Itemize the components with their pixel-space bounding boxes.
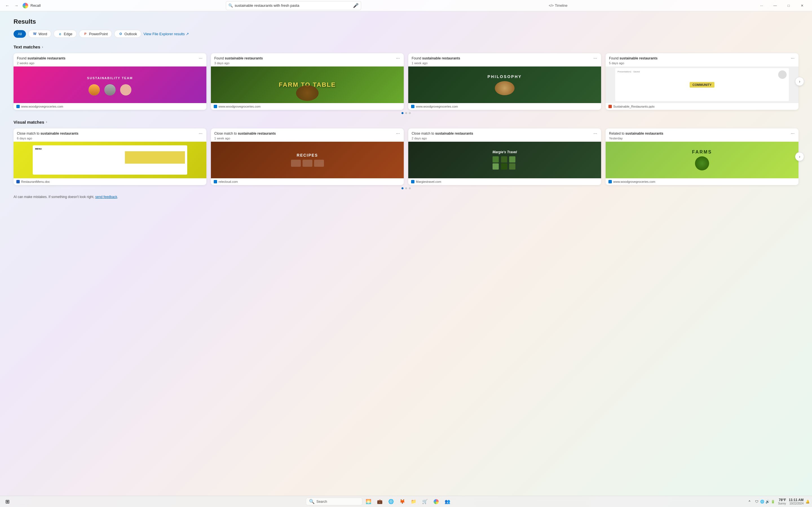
powerpoint-icon: P <box>83 32 88 36</box>
text-match-card-4[interactable]: Found sustainable restaurants 5 days ago… <box>606 53 799 110</box>
clock: 11:11 AM 10/22/2024 <box>789 498 804 505</box>
taskbar-app-recall[interactable] <box>431 497 441 507</box>
taskbar-right: ^ 🛡 🌐 🔊 🔋 78°F Sunny 11:11 AM 10/22/2024… <box>746 497 810 507</box>
card-date: 2 days ago <box>412 136 593 140</box>
visual-scroll-right-arrow[interactable]: › <box>795 152 804 161</box>
card-date: 1 week ago <box>412 61 593 65</box>
search-input[interactable] <box>235 3 351 8</box>
card-more-button[interactable]: ··· <box>396 131 400 136</box>
dot-3 <box>409 112 411 114</box>
filter-tab-all[interactable]: All <box>13 30 26 38</box>
visual-matches-container: Close match to sustainable restaurants 6… <box>13 128 799 185</box>
footer-text: www.woodgrovegroceries.com <box>416 105 458 108</box>
titlebar: ← → Recall 🔍 🎤 </> Timeline ··· — □ ✕ <box>0 0 812 11</box>
taskbar-left: ⊞ <box>2 497 12 507</box>
visual-match-card-2[interactable]: Close match to sustainable restaurants 1… <box>211 128 404 185</box>
tray-icon-volume[interactable]: 🔊 <box>765 499 770 504</box>
powerpoint-tab-label: PowerPoint <box>89 32 108 36</box>
outlook-icon: O <box>118 32 123 36</box>
app-title: Recall <box>31 3 41 8</box>
footer-text: Margiestravel.com <box>416 180 441 183</box>
card-header: Close match to sustainable restaurants 1… <box>211 128 404 142</box>
taskbar-app-3[interactable]: 🦊 <box>397 497 407 507</box>
footer-text: RestaurantMenu.doc <box>21 180 50 183</box>
forward-button[interactable]: → <box>12 2 20 10</box>
card-footer: relecloud.com <box>211 178 404 185</box>
visual-matches-header[interactable]: Visual matches › <box>13 120 799 124</box>
card-image: MENU <box>13 142 206 178</box>
word-tab-label: Word <box>38 32 47 36</box>
card-more-button[interactable]: ··· <box>198 56 203 61</box>
card-more-button[interactable]: ··· <box>396 56 400 61</box>
taskbar-app-2[interactable]: 💼 <box>375 497 385 507</box>
text-matches-container: Found sustainable restaurants 2 weeks ag… <box>13 53 799 110</box>
filter-tab-outlook[interactable]: O Outlook <box>114 30 141 38</box>
word-icon: W <box>33 32 37 36</box>
mic-icon[interactable]: 🎤 <box>353 3 359 8</box>
search-bar[interactable]: 🔍 🎤 <box>226 1 361 10</box>
scroll-right-arrow[interactable]: › <box>795 77 804 86</box>
card-title: Found sustainable restaurants <box>412 56 593 61</box>
more-options-button[interactable]: ··· <box>755 1 768 10</box>
card-image: Margie's Travel <box>408 142 601 178</box>
text-match-card-1[interactable]: Found sustainable restaurants 2 weeks ag… <box>13 53 206 110</box>
text-matches-header[interactable]: Text matches › <box>13 45 799 49</box>
edge-tab-label: Edge <box>64 32 72 36</box>
send-feedback-link[interactable]: send feedback <box>95 195 117 199</box>
visual-match-card-3[interactable]: Close match to sustainable restaurants 2… <box>408 128 601 185</box>
view-file-explorer-button[interactable]: View File Explorer results ↗ <box>144 32 189 36</box>
taskbar-app-teams[interactable]: 👥 <box>442 497 453 507</box>
dot-2 <box>405 112 407 114</box>
taskbar-search-text: Search <box>316 500 327 504</box>
minimize-button[interactable]: — <box>769 1 781 10</box>
timeline-button[interactable]: </> Timeline <box>547 3 570 9</box>
taskbar-app-4[interactable]: 📁 <box>409 497 419 507</box>
card-footer: www.woodgrovegroceries.com <box>13 103 206 110</box>
show-hidden-icons[interactable]: ^ <box>746 497 753 507</box>
card-more-button[interactable]: ··· <box>593 131 598 136</box>
card-footer: www.woodgrovegroceries.com <box>408 103 601 110</box>
card-more-button[interactable]: ··· <box>790 56 795 61</box>
card-more-button[interactable]: ··· <box>790 131 795 136</box>
tray-icon-network[interactable]: 🌐 <box>760 499 764 504</box>
card-header: Found sustainable restaurants 3 days ago… <box>211 53 404 66</box>
card-title: Close match to sustainable restaurants <box>214 131 396 136</box>
filter-tab-powerpoint[interactable]: P PowerPoint <box>79 30 112 38</box>
taskbar-app-edge[interactable]: 🌐 <box>386 497 396 507</box>
tray-icon-shield[interactable]: 🛡 <box>755 499 759 504</box>
card-more-button[interactable]: ··· <box>198 131 203 136</box>
nav-buttons: ← → <box>3 2 20 10</box>
code-icon: </> <box>549 4 554 8</box>
notification-icon[interactable]: 🔔 <box>805 499 810 504</box>
taskbar-app-5[interactable]: 🛒 <box>420 497 430 507</box>
card-more-button[interactable]: ··· <box>593 56 598 61</box>
taskbar-search[interactable]: 🔍 Search <box>306 498 362 505</box>
footer-text: relecloud.com <box>218 180 238 183</box>
visual-match-card-4[interactable]: Related to sustainable restaurants Yeste… <box>606 128 799 185</box>
back-button[interactable]: ← <box>3 2 11 10</box>
card-footer: Margiestravel.com <box>408 178 601 185</box>
close-button[interactable]: ✕ <box>796 1 809 10</box>
filter-tab-edge[interactable]: e Edge <box>54 30 77 38</box>
card-header: Close match to sustainable restaurants 6… <box>13 128 206 142</box>
footer-icon <box>16 105 20 108</box>
taskbar-search-icon: 🔍 <box>309 499 315 504</box>
tray-icon-battery[interactable]: 🔋 <box>770 499 775 504</box>
card-title: Found sustainable restaurants <box>609 56 790 61</box>
edge-icon: e <box>58 32 62 36</box>
text-match-card-3[interactable]: Found sustainable restaurants 1 week ago… <box>408 53 601 110</box>
text-match-card-2[interactable]: Found sustainable restaurants 3 days ago… <box>211 53 404 110</box>
dot-1 <box>402 112 403 114</box>
main-content: Results All W Word e Edge P PowerPoint O… <box>0 11 812 496</box>
card-header: Related to sustainable restaurants Yeste… <box>606 128 799 142</box>
footer-text: Sustainable_Restaurants.pptx <box>613 105 655 108</box>
start-button[interactable]: ⊞ <box>2 497 12 507</box>
maximize-button[interactable]: □ <box>782 1 795 10</box>
search-icon: 🔍 <box>229 3 233 8</box>
taskbar-center: 🔍 Search 🌅 💼 🌐 🦊 📁 🛒 👥 <box>12 497 746 507</box>
visual-match-card-1[interactable]: Close match to sustainable restaurants 6… <box>13 128 206 185</box>
filter-tab-word[interactable]: W Word <box>28 30 51 38</box>
taskbar: ⊞ 🔍 Search 🌅 💼 🌐 🦊 📁 🛒 👥 ^ 🛡 🌐 🔊 🔋 78°F … <box>0 496 812 507</box>
card-title: Found sustainable restaurants <box>17 56 198 61</box>
taskbar-app-1[interactable]: 🌅 <box>363 497 373 507</box>
